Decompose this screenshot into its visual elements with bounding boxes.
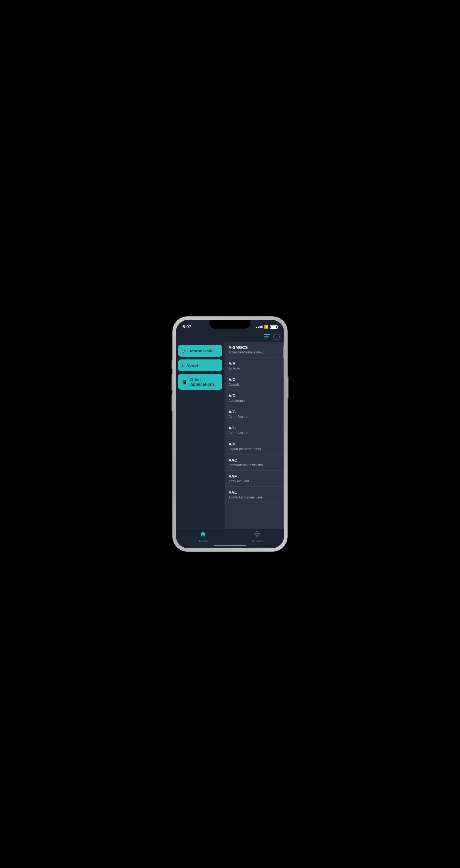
abbreviation: A/C xyxy=(228,377,280,382)
svg-rect-0 xyxy=(264,334,270,335)
mute-button[interactable] xyxy=(172,360,173,369)
notch xyxy=(210,320,250,329)
description: Army Air Field xyxy=(228,479,280,483)
theme-toggle-icon[interactable] xyxy=(273,334,280,340)
tab-airports[interactable]: Airports xyxy=(230,531,284,543)
phone-icon: 📱 xyxy=(182,379,187,384)
volume-down-button[interactable] xyxy=(172,394,173,411)
volume-up-button[interactable] xyxy=(172,374,173,390)
status-time: 6:07 xyxy=(182,324,191,330)
tab-airports-label: Airports xyxy=(252,539,262,543)
description: Airport (or Aerodrome) xyxy=(228,447,280,451)
svg-rect-2 xyxy=(264,338,268,338)
description: Advanced-Surface Mov... xyxy=(228,350,280,354)
sidebar: 🔈 Morse Code ℹ About 📱 Other Application… xyxy=(176,342,224,528)
abbreviation: AAF xyxy=(228,474,280,478)
top-bar xyxy=(176,332,284,342)
home-indicator xyxy=(214,545,246,546)
list-item[interactable]: AAC Aeronautical Administra... xyxy=(224,455,284,471)
description: Aeronautical Administra... xyxy=(228,463,280,467)
description: Above Aerodrome Leve... xyxy=(228,495,280,499)
list-item[interactable]: A-SMGCS Advanced-Surface Mov... xyxy=(224,342,284,358)
app-content: 🔈 Morse Code ℹ About 📱 Other Application… xyxy=(176,332,284,548)
abbreviations-list: A-SMGCS Advanced-Surface Mov... A/A Air … xyxy=(224,342,284,528)
speaker-icon: 🔈 xyxy=(182,348,187,353)
wifi-icon: 📶 xyxy=(264,325,268,329)
scrollbar-track xyxy=(283,342,284,528)
description: Air-to-Ground xyxy=(228,431,280,435)
tab-general-label: General xyxy=(197,539,208,543)
description: Aircraft xyxy=(228,383,280,386)
morse-code-button[interactable]: 🔈 Morse Code xyxy=(178,345,222,357)
status-icons: 📶 xyxy=(256,325,278,329)
abbreviation: A/G xyxy=(228,426,280,430)
signal-icon xyxy=(256,326,263,328)
tab-general[interactable]: General xyxy=(176,531,230,543)
main-layout: 🔈 Morse Code ℹ About 📱 Other Application… xyxy=(176,342,284,528)
top-bar-icons xyxy=(264,334,280,340)
home-icon xyxy=(200,531,206,538)
abbreviation: AAL xyxy=(228,490,280,495)
abbreviation: A/D xyxy=(228,393,280,398)
airplane-icon xyxy=(254,531,260,538)
abbreviation: A/P xyxy=(228,442,280,446)
abbreviation: A-SMGCS xyxy=(228,345,280,350)
phone-frame: 6:07 📶 xyxy=(173,316,287,552)
abbreviation: A/A xyxy=(228,361,280,366)
abbreviation: A/G xyxy=(228,409,280,414)
about-button[interactable]: ℹ About xyxy=(178,360,222,371)
menu-icon[interactable] xyxy=(264,334,270,340)
scrollbar-thumb[interactable] xyxy=(283,347,284,358)
list-item[interactable]: A/G Air-to-Ground xyxy=(224,406,284,422)
phone-screen: 6:07 📶 xyxy=(176,320,284,548)
list-item[interactable]: AAF Army Air Field xyxy=(224,471,284,487)
list-item[interactable]: AAL Above Aerodrome Leve... xyxy=(224,487,284,503)
abbreviation: AAC xyxy=(228,458,280,462)
list-item[interactable]: A/A Air to Air xyxy=(224,358,284,374)
other-apps-label: Other Applications xyxy=(190,377,218,386)
battery-icon xyxy=(270,325,278,329)
description: Air-to-Ground xyxy=(228,415,280,419)
description: Aerodrome xyxy=(228,399,280,403)
other-apps-button[interactable]: 📱 Other Applications xyxy=(178,374,222,390)
about-label: About xyxy=(186,363,198,368)
list-item[interactable]: A/C Aircraft xyxy=(224,374,284,390)
description: Air to Air xyxy=(228,367,280,370)
svg-rect-1 xyxy=(264,336,269,337)
list-item[interactable]: A/P Airport (or Aerodrome) xyxy=(224,438,284,455)
list-item[interactable]: A/D Aerodrome xyxy=(224,390,284,406)
list-item[interactable]: A/G Air-to-Ground xyxy=(224,422,284,438)
power-button[interactable] xyxy=(287,377,288,399)
info-icon: ℹ xyxy=(182,363,184,368)
morse-code-label: Morse Code xyxy=(190,348,214,353)
